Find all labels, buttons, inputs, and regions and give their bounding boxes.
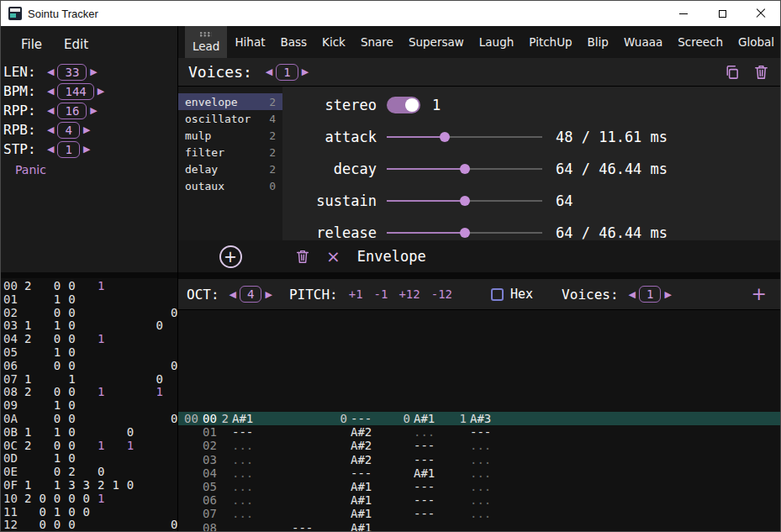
pattern-cell[interactable]: 0---	[338, 412, 372, 425]
bpm-stepper-decrement-button[interactable]: ◀	[44, 86, 57, 97]
pattern-cell[interactable]: ---	[401, 453, 435, 466]
order-cell[interactable]: 2	[24, 333, 31, 346]
order-row-00[interactable]: 002001	[1, 280, 177, 293]
order-cell[interactable]: 0	[68, 413, 75, 426]
order-row-03[interactable]: 031100	[1, 319, 177, 333]
pattern-cell[interactable]: A#1	[338, 521, 372, 531]
pattern-cell[interactable]: 1A#3	[457, 412, 491, 425]
rpp-stepper-increment-button[interactable]: ▶	[87, 105, 100, 116]
unit-item-delay[interactable]: delay2	[178, 161, 282, 177]
stereo-toggle[interactable]	[387, 97, 420, 113]
pattern-cell[interactable]: A#2	[338, 425, 372, 439]
rpb-stepper-increment-button[interactable]: ▶	[80, 124, 93, 135]
order-cell[interactable]: 0	[98, 466, 104, 479]
voices-stepper-increment-button[interactable]: ▶	[298, 66, 312, 77]
order-cell[interactable]: 0	[39, 506, 45, 519]
add-track-button[interactable]: +	[752, 285, 767, 303]
rpp-stepper-value[interactable]: 16	[57, 103, 87, 119]
order-cell[interactable]: 0	[68, 506, 75, 519]
unit-item-mulp[interactable]: mulp2	[178, 127, 282, 144]
order-row-01[interactable]: 0110	[1, 293, 177, 307]
voices-stepper-value[interactable]: 1	[276, 64, 298, 81]
order-cell[interactable]: 1	[112, 479, 119, 492]
order-cell[interactable]: 0	[39, 519, 45, 531]
order-row-0E[interactable]: 0E020	[1, 466, 177, 479]
pattern-voices-stepper-value[interactable]: 1	[639, 286, 661, 303]
pattern-voices-stepper-decrement-button[interactable]: ◀	[625, 289, 639, 300]
order-row-0F[interactable]: 0F1133210	[1, 479, 177, 492]
order-cell[interactable]: 0	[171, 307, 177, 320]
pattern-row-03[interactable]: 03...A#2---...	[178, 453, 780, 466]
pattern-cell[interactable]: ---	[457, 425, 491, 439]
order-cell[interactable]: 1	[54, 346, 61, 360]
menu-file[interactable]: File	[21, 37, 42, 52]
order-cell[interactable]: 0	[54, 386, 61, 399]
order-cell[interactable]: 0	[68, 346, 75, 360]
sustain-slider[interactable]	[387, 189, 542, 213]
order-row-12[interactable]: 120000	[1, 519, 177, 531]
stp-stepper-value[interactable]: 1	[57, 141, 79, 158]
order-cell[interactable]: 0	[54, 333, 61, 346]
sustain-slider-thumb[interactable]	[460, 196, 470, 206]
order-cell[interactable]: 1	[98, 440, 104, 453]
order-cell[interactable]: 1	[24, 426, 31, 440]
pattern-row-08[interactable]: 08---A#1	[178, 521, 780, 531]
order-cell[interactable]: 0	[54, 492, 61, 506]
order-row-10[interactable]: 10200001	[1, 492, 177, 506]
len-stepper-increment-button[interactable]: ▶	[87, 66, 100, 77]
pattern-cell[interactable]: 0A#1	[401, 412, 435, 425]
tab-screech[interactable]: Screech	[670, 26, 731, 58]
order-cell[interactable]: 0	[127, 426, 134, 440]
order-cell[interactable]: 2	[24, 440, 31, 453]
order-cell[interactable]: 1	[98, 492, 104, 506]
delete-unit-button[interactable]	[294, 248, 311, 265]
order-cell[interactable]: 1	[68, 373, 75, 387]
pattern-cell[interactable]: ...	[457, 453, 491, 466]
oct-stepper-decrement-button[interactable]: ◀	[226, 289, 240, 300]
order-list[interactable]: 0020010110020000311000420010510060000711…	[1, 278, 177, 531]
order-row-04[interactable]: 042001	[1, 333, 177, 346]
pattern-cell[interactable]: ...	[457, 480, 491, 493]
order-cell[interactable]: 2	[24, 386, 31, 399]
pattern-cell[interactable]: ---	[219, 425, 253, 439]
pattern-cell[interactable]: ---	[401, 507, 435, 520]
bpm-stepper-value[interactable]: 144	[57, 83, 93, 100]
unit-item-envelope[interactable]: envelope2	[178, 93, 282, 110]
pattern-cell[interactable]: ...	[219, 439, 253, 452]
order-cell[interactable]: 1	[54, 452, 61, 466]
pattern-cell[interactable]: ...	[219, 493, 253, 507]
pitch-button-plus12[interactable]: +12	[398, 287, 420, 301]
rpb-stepper-value[interactable]: 4	[57, 122, 79, 139]
pattern-cell[interactable]: ---	[401, 493, 435, 507]
attack-slider-thumb[interactable]	[440, 132, 450, 142]
pattern-cell[interactable]: A#2	[338, 453, 372, 466]
pattern-cell[interactable]: A#1	[401, 466, 435, 480]
order-cell[interactable]: 1	[54, 399, 61, 413]
order-cell[interactable]: 0	[54, 307, 61, 320]
oct-stepper-increment-button[interactable]: ▶	[261, 289, 275, 300]
order-cell[interactable]: 1	[54, 479, 61, 492]
order-row-0A[interactable]: 0A000	[1, 413, 177, 426]
order-cell[interactable]: 0	[68, 426, 75, 440]
pattern-cell[interactable]: ...	[457, 493, 491, 507]
order-cell[interactable]: 0	[54, 519, 61, 531]
order-cell[interactable]: 0	[68, 440, 75, 453]
order-row-08[interactable]: 0820011	[1, 386, 177, 399]
pattern-cell[interactable]: A#2	[338, 439, 372, 452]
order-cell[interactable]: 1	[54, 426, 61, 440]
pattern-voices-stepper-increment-button[interactable]: ▶	[661, 289, 674, 300]
order-cell[interactable]: 0	[156, 373, 163, 387]
order-cell[interactable]: 0	[83, 492, 90, 506]
tab-global[interactable]: Global	[731, 26, 781, 58]
order-row-07[interactable]: 07110	[1, 373, 177, 387]
order-cell[interactable]: 0	[54, 360, 61, 373]
pattern-cell[interactable]: A#1	[338, 493, 372, 507]
order-cell[interactable]: 2	[98, 479, 104, 492]
order-cell[interactable]: 1	[54, 293, 61, 307]
tab-snare[interactable]: Snare	[353, 26, 401, 58]
decay-slider-thumb[interactable]	[460, 164, 470, 174]
delete-instrument-button[interactable]	[752, 63, 770, 81]
pattern-cell[interactable]: ...	[219, 480, 253, 493]
order-cell[interactable]: 0	[68, 399, 75, 413]
disable-unit-button[interactable]: ×	[326, 246, 340, 266]
